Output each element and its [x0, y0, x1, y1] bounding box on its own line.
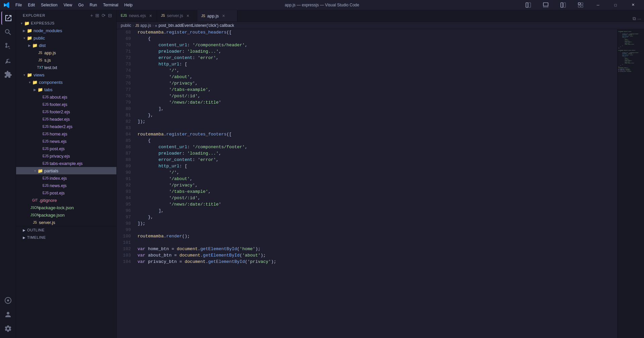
minimize-btn[interactable]: ─ [590, 0, 606, 10]
svg-rect-6 [578, 3, 580, 5]
tree-gitignore[interactable]: GIT .gitignore [16, 196, 116, 204]
menu-selection[interactable]: Selection [38, 2, 60, 8]
sidebar: Explorer + ⊞ ⟳ ⊟ ▾ 📁 EXPRESSJS ▶ 📁 node_… [16, 10, 117, 338]
tree-index-ejs[interactable]: EJS index.ejs [16, 174, 116, 182]
close-btn[interactable]: ✕ [625, 0, 641, 10]
menu-terminal[interactable]: Terminal [100, 2, 121, 8]
breadcrumb-appjs[interactable]: JS app.js [135, 23, 151, 28]
tree-components[interactable]: ▾ 📁 components [16, 78, 116, 86]
activity-run-debug[interactable] [1, 54, 15, 67]
activity-settings[interactable] [1, 322, 15, 335]
tab-news-label: news.ejs [129, 13, 146, 18]
menu-go[interactable]: Go [75, 2, 86, 8]
tree-node-modules[interactable]: ▶ 📁 node_modules [16, 27, 116, 34]
tabs-bar: EJS news.ejs × JS server.js × JS app.js … [117, 10, 644, 22]
tabs-right: ⧉ ··· [630, 16, 644, 21]
activity-remote[interactable] [1, 294, 15, 307]
minimap[interactable]: routemamba.register_routes { content_url… [617, 29, 644, 338]
activity-search[interactable] [1, 25, 15, 39]
tree-dist[interactable]: ▶ 📁 dist [16, 42, 116, 49]
menu-edit[interactable]: Edit [25, 2, 38, 8]
menu-help[interactable]: Help [122, 2, 136, 8]
activity-source-control[interactable] [1, 40, 15, 53]
tree-tabs-example-ejs[interactable]: EJS tabs-example.ejs [16, 160, 116, 167]
activity-extensions[interactable] [1, 68, 15, 81]
tree-news-ejs[interactable]: EJS news.ejs [16, 137, 116, 145]
panel-toggle-btn[interactable] [538, 0, 553, 10]
breadcrumb-sep2: › [152, 23, 154, 28]
tab-server[interactable]: JS server.js × [157, 10, 197, 21]
outline-arrow: ▶ [23, 228, 26, 232]
sidebar-toggle-btn[interactable] [521, 0, 536, 10]
new-folder-icon[interactable]: ⊞ [95, 13, 100, 18]
code-editor[interactable]: routemamba.register_routes_headers([ { c… [133, 29, 617, 338]
window-title: app.js — expressjs — Visual Studio Code [285, 3, 359, 7]
main-layout: Explorer + ⊞ ⟳ ⊟ ▾ 📁 EXPRESSJS ▶ 📁 node_… [0, 10, 644, 338]
editor-area: EJS news.ejs × JS server.js × JS app.js … [117, 10, 644, 338]
customize-layout-btn[interactable] [573, 0, 588, 10]
menu-run[interactable]: Run [87, 2, 100, 8]
tree-partials-news-ejs[interactable]: EJS news.ejs [16, 182, 116, 189]
tab-server-icon: JS [161, 14, 165, 17]
tree-tabs[interactable]: ▶ 📁 tabs [16, 86, 116, 93]
activity-accounts[interactable] [1, 308, 15, 321]
titlebar-menu[interactable]: File Edit Selection View Go Run Terminal… [13, 2, 135, 8]
split-editor-btn[interactable] [555, 0, 571, 10]
tree-root[interactable]: ▾ 📁 EXPRESSJS [16, 19, 116, 27]
tree-privacy-ejs[interactable]: EJS privacy.ejs [16, 152, 116, 160]
svg-rect-2 [543, 3, 548, 6]
breadcrumb-sep1: › [132, 23, 134, 28]
split-editor-icon[interactable]: ⧉ [633, 16, 636, 21]
svg-rect-8 [578, 5, 580, 7]
file-tree: ▾ 📁 EXPRESSJS ▶ 📁 node_modules ▾ 📁 publi… [16, 19, 116, 338]
tab-app-icon: JS [201, 14, 205, 18]
maximize-btn[interactable]: □ [608, 0, 623, 10]
tree-post-ejs[interactable]: EJS post.ejs [16, 145, 116, 152]
new-file-icon[interactable]: + [90, 13, 93, 18]
tab-news-close[interactable]: × [149, 13, 152, 18]
tree-views[interactable]: ▾ 📁 views [16, 71, 116, 78]
code-container: 68 69 70 71 72 73 74 75 76 77 78 79 80 8… [117, 29, 644, 338]
tree-footer2-ejs[interactable]: EJS footer2.ejs [16, 108, 116, 115]
svg-rect-3 [543, 6, 548, 7]
tree-public[interactable]: ▾ 📁 public [16, 34, 116, 42]
tab-server-label: server.js [167, 13, 183, 18]
tree-server-js[interactable]: JS server.js [16, 219, 116, 226]
tab-news[interactable]: EJS news.ejs × [117, 10, 157, 21]
tree-s-js[interactable]: JS s.js [16, 56, 116, 64]
minimap-content: routemamba.register_routes { content_url… [618, 29, 644, 74]
tab-server-close[interactable]: × [186, 13, 189, 18]
menu-view[interactable]: View [61, 2, 75, 8]
tree-package-lock-json[interactable]: JSON package-lock.json [16, 204, 116, 211]
tree-header2-ejs[interactable]: EJS header2.ejs [16, 123, 116, 130]
outline-header[interactable]: ▶ OUTLINE [16, 226, 116, 234]
timeline-header[interactable]: ▶ TIMELINE [16, 234, 116, 241]
tree-partials[interactable]: ▾ 📁 partials [16, 167, 116, 174]
breadcrumb-callback[interactable]: ⟡ post_btn.addEventListener('click') cal… [155, 23, 234, 28]
tab-news-icon: EJS [121, 14, 127, 17]
activity-explorer[interactable] [1, 11, 15, 25]
breadcrumb-public[interactable]: public [121, 23, 131, 28]
breadcrumb: public › JS app.js › ⟡ post_btn.addEvent… [117, 22, 644, 29]
tab-app-close[interactable]: × [222, 13, 225, 18]
svg-rect-4 [561, 3, 563, 7]
tab-app[interactable]: JS app.js × [197, 10, 237, 21]
tree-partials-post-ejs[interactable]: EJS post.ejs [16, 189, 116, 196]
tree-about-ejs[interactable]: EJS about.ejs [16, 93, 116, 101]
tree-package-json[interactable]: JSON package.json [16, 211, 116, 219]
tree-header-ejs[interactable]: EJS header.ejs [16, 115, 116, 123]
activity-bar [0, 10, 16, 338]
tree-home-ejs[interactable]: EJS home.ejs [16, 130, 116, 137]
tree-test-txt[interactable]: TXT test.txt [16, 64, 116, 71]
collapse-all-icon[interactable]: ⊟ [108, 13, 112, 18]
outline-label: OUTLINE [27, 228, 45, 232]
tree-app-js[interactable]: JS app.js [16, 49, 116, 56]
tree-footer-ejs[interactable]: EJS footer.ejs [16, 101, 116, 108]
more-tabs-icon[interactable]: ··· [637, 16, 641, 21]
timeline-label: TIMELINE [27, 235, 46, 239]
menu-file[interactable]: File [13, 2, 24, 8]
timeline-arrow: ▶ [23, 236, 26, 239]
explorer-label: Explorer [23, 13, 45, 17]
refresh-icon[interactable]: ⟳ [102, 13, 106, 18]
svg-rect-9 [581, 5, 583, 7]
